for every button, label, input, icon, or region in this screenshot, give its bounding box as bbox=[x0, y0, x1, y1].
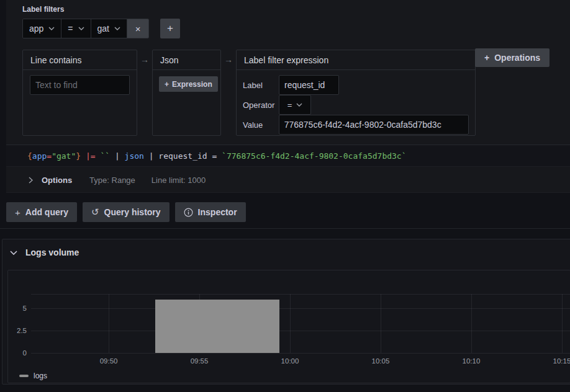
label-filter-row: app = gat × + bbox=[22, 19, 180, 38]
v-gridline bbox=[109, 294, 109, 353]
logs-volume-chart-frame: 02.55 09:5009:5510:0010:0510:1010:15 log… bbox=[7, 270, 570, 383]
label-filter-group: app = gat × bbox=[22, 19, 149, 38]
filter-value-value: gat bbox=[97, 24, 109, 33]
code-token: | bbox=[144, 151, 158, 161]
field-label: Operator bbox=[243, 100, 279, 110]
v-gridline bbox=[290, 294, 291, 353]
filter-label-value: app bbox=[29, 24, 43, 33]
add-query-button[interactable]: + Add query bbox=[6, 202, 77, 222]
close-icon: × bbox=[135, 24, 141, 34]
plot-top-gridline bbox=[31, 294, 570, 295]
operations-button-label: Operations bbox=[494, 53, 540, 63]
arrow-right-icon: → bbox=[137, 50, 152, 69]
x-tick-label: 09:55 bbox=[191, 357, 209, 365]
filter-operator-select[interactable]: = bbox=[61, 19, 91, 38]
v-gridline bbox=[562, 294, 563, 353]
label-filter-fields: Label Operator = Value bbox=[237, 70, 475, 135]
operator-field-value: = bbox=[287, 100, 292, 110]
code-token: app bbox=[32, 151, 47, 161]
filter-value-select[interactable]: gat bbox=[91, 19, 127, 38]
operation-card-line-contains: Line contains bbox=[22, 50, 137, 136]
query-options-row: Options Type: Range Line limit: 1000 bbox=[6, 167, 570, 193]
h-gridline bbox=[31, 308, 570, 309]
code-token: `776875c6-f4d2-4acf-9802-0cafa5d7bd3c` bbox=[222, 151, 406, 161]
operator-field-select[interactable]: = bbox=[279, 95, 311, 115]
options-type: Type: Range bbox=[89, 176, 135, 185]
logs-volume-panel: Logs volume 02.55 09:5009:5510:0010:0510… bbox=[2, 239, 570, 385]
plus-icon: + bbox=[167, 22, 173, 35]
code-token bbox=[81, 151, 86, 161]
add-query-label: Add query bbox=[25, 207, 68, 217]
y-tick-label: 5 bbox=[23, 305, 27, 312]
h-gridline bbox=[31, 353, 570, 354]
plot-area[interactable] bbox=[31, 294, 570, 353]
chevron-down-icon bbox=[78, 27, 84, 30]
x-tick-label: 09:50 bbox=[100, 357, 118, 365]
plus-icon: + bbox=[15, 207, 20, 218]
chevron-down-icon bbox=[48, 27, 55, 30]
x-tick-label: 10:15 bbox=[553, 357, 570, 365]
filter-label-select[interactable]: app bbox=[23, 19, 61, 38]
add-expression-label: Expression bbox=[172, 80, 212, 89]
field-row-label: Label bbox=[243, 75, 469, 95]
filter-operator-value: = bbox=[68, 24, 73, 33]
add-filter-button[interactable]: + bbox=[160, 19, 180, 38]
add-operations-button[interactable]: + Operations bbox=[475, 48, 550, 67]
options-line-limit: Line limit: 1000 bbox=[152, 176, 206, 185]
operation-card-title[interactable]: Label filter expression bbox=[237, 50, 475, 70]
arrow-right-icon: → bbox=[221, 50, 236, 69]
grafana-explore-page: { "icons": { "plus": "+", "close": "×", … bbox=[0, 0, 570, 392]
v-gridline bbox=[471, 294, 472, 353]
chevron-right-icon[interactable] bbox=[29, 177, 33, 184]
code-token: | bbox=[110, 151, 124, 161]
code-token: json bbox=[125, 151, 144, 161]
query-preview-code: {app="gat"} |= `` | json | request_id = … bbox=[27, 151, 407, 161]
legend-label: logs bbox=[34, 372, 47, 380]
logs-volume-bar[interactable] bbox=[155, 300, 279, 353]
logs-volume-header: Logs volume bbox=[10, 247, 79, 257]
operation-card-json: Json + Expression bbox=[152, 50, 221, 136]
plus-icon: + bbox=[484, 53, 489, 63]
add-expression-button[interactable]: + Expression bbox=[159, 76, 218, 92]
field-row-operator: Operator = bbox=[243, 95, 469, 115]
code-token: |= bbox=[86, 151, 96, 161]
y-tick-label: 0 bbox=[23, 349, 27, 357]
code-token: { bbox=[27, 151, 32, 161]
chevron-down-icon[interactable] bbox=[10, 251, 17, 255]
field-row-value: Value bbox=[243, 115, 469, 135]
y-tick-label: 2.5 bbox=[17, 327, 27, 334]
options-toggle[interactable]: Options bbox=[42, 176, 72, 185]
value-field-input[interactable] bbox=[279, 115, 469, 135]
pane-divider bbox=[0, 228, 570, 229]
logs-volume-title[interactable]: Logs volume bbox=[25, 247, 79, 257]
query-editor-panel: Label filters app = gat × + Line con bbox=[6, 0, 570, 193]
operation-card-title[interactable]: Line contains bbox=[23, 50, 137, 70]
operation-card-title[interactable]: Json bbox=[153, 50, 220, 70]
code-token: request_id = bbox=[158, 151, 222, 161]
x-tick-label: 10:10 bbox=[463, 357, 481, 365]
x-axis-labels: 09:5009:5510:0010:0510:1010:15 bbox=[31, 357, 570, 366]
operation-card-label-filter-expression: Label filter expression Label Operator =… bbox=[236, 50, 476, 136]
query-preview-strip: {app="gat"} |= `` | json | request_id = … bbox=[6, 145, 570, 167]
legend-swatch bbox=[19, 375, 29, 377]
field-label: Value bbox=[243, 120, 279, 130]
x-tick-label: 10:05 bbox=[372, 357, 390, 365]
info-icon bbox=[184, 208, 193, 217]
legend-item-logs[interactable]: logs bbox=[19, 372, 47, 380]
field-label: Label bbox=[243, 81, 279, 90]
explore-toolbar: + Add query ↺ Query history Inspector bbox=[6, 202, 246, 222]
h-gridline bbox=[31, 331, 570, 331]
code-token: `` bbox=[100, 151, 110, 161]
operations-row: Line contains → Json + Expression → Labe… bbox=[22, 50, 476, 136]
chevron-down-icon bbox=[114, 27, 120, 30]
label-field-input[interactable] bbox=[279, 75, 339, 95]
plus-icon: + bbox=[165, 80, 169, 89]
remove-filter-button[interactable]: × bbox=[127, 19, 148, 38]
history-icon: ↺ bbox=[91, 207, 99, 218]
label-filters-heading: Label filters bbox=[22, 5, 64, 14]
query-history-button[interactable]: ↺ Query history bbox=[83, 202, 170, 222]
inspector-button[interactable]: Inspector bbox=[175, 202, 246, 222]
line-contains-input[interactable] bbox=[30, 75, 130, 95]
y-axis-labels: 02.55 bbox=[8, 294, 27, 353]
query-history-label: Query history bbox=[104, 207, 161, 217]
